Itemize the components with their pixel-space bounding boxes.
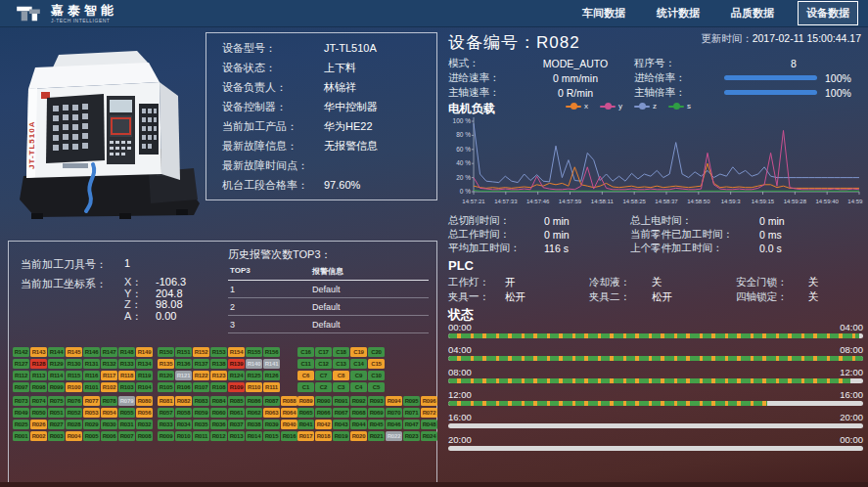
machine-tile-R012[interactable]: R012: [210, 431, 227, 441]
machine-tile-R103[interactable]: R103: [118, 382, 135, 392]
machine-tile-R016[interactable]: R016: [281, 431, 297, 441]
machine-tile-C16[interactable]: C16: [297, 347, 314, 357]
machine-tile-R110[interactable]: R110: [246, 382, 262, 392]
machine-tile-R108[interactable]: R108: [210, 382, 227, 392]
machine-tile-R011[interactable]: R011: [193, 431, 209, 441]
legend-item-y[interactable]: y: [600, 102, 622, 111]
machine-tile-R005[interactable]: R005: [83, 431, 100, 441]
machine-tile-C14[interactable]: C14: [350, 359, 367, 369]
machine-tile-R017[interactable]: R017: [297, 431, 314, 441]
machine-tile-R057[interactable]: R057: [158, 408, 174, 418]
machine-tile-R107[interactable]: R107: [193, 382, 209, 392]
machine-tile-R061[interactable]: R061: [228, 408, 245, 418]
machine-tile-C13[interactable]: C13: [333, 359, 349, 369]
machine-tile-R079[interactable]: R079: [118, 396, 135, 406]
machine-tile-R083[interactable]: R083: [193, 396, 209, 406]
machine-tile-R104[interactable]: R104: [136, 382, 153, 392]
machine-tile-R066[interactable]: R066: [315, 408, 332, 418]
machine-tile-R048[interactable]: R048: [421, 420, 437, 429]
machine-tile-R086[interactable]: R086: [246, 396, 262, 406]
machine-tile-R080[interactable]: R080: [136, 396, 153, 406]
machine-tile-R092[interactable]: R092: [350, 396, 367, 406]
machine-tile-R059[interactable]: R059: [193, 408, 209, 418]
machine-tile-R065[interactable]: R065: [297, 408, 314, 418]
machine-tile-R032[interactable]: R032: [136, 420, 153, 429]
machine-tile-R147[interactable]: R147: [101, 347, 117, 357]
nav-item-active[interactable]: 设备数据: [798, 1, 858, 25]
machine-tile-R136[interactable]: R136: [175, 359, 192, 369]
machine-tile-C15[interactable]: C15: [368, 359, 385, 369]
machine-tile-C1[interactable]: C1: [297, 382, 314, 392]
machine-tile-R143[interactable]: R143: [30, 347, 47, 357]
machine-tile-R084[interactable]: R084: [210, 396, 227, 406]
machine-tile-R015[interactable]: R015: [263, 431, 280, 441]
machine-tile-R050[interactable]: R050: [30, 408, 47, 418]
machine-tile-R010[interactable]: R010: [175, 431, 192, 441]
machine-tile-R021[interactable]: R021: [368, 431, 385, 441]
machine-tile-R094[interactable]: R094: [386, 396, 402, 406]
machine-tile-R149[interactable]: R149: [136, 347, 153, 357]
machine-tile-R029[interactable]: R029: [83, 420, 100, 429]
machine-tile-R013[interactable]: R013: [228, 431, 245, 441]
machine-tile-R131[interactable]: R131: [83, 359, 100, 369]
machine-tile-R090[interactable]: R090: [315, 396, 332, 406]
machine-tile-R145[interactable]: R145: [66, 347, 82, 357]
machine-tile-R008[interactable]: R008: [136, 431, 153, 441]
machine-tile-R038[interactable]: R038: [246, 420, 262, 429]
machine-tile-R074[interactable]: R074: [30, 396, 47, 406]
machine-tile-R044[interactable]: R044: [350, 420, 367, 429]
machine-tile-R146[interactable]: R146: [83, 347, 100, 357]
machine-tile-R096[interactable]: R096: [421, 396, 437, 406]
machine-tile-R053[interactable]: R053: [83, 408, 100, 418]
machine-tile-R031[interactable]: R031: [118, 420, 135, 429]
machine-tile-R068[interactable]: R068: [350, 408, 367, 418]
machine-tile-R119[interactable]: R119: [136, 371, 153, 380]
machine-tile-C20[interactable]: C20: [368, 347, 385, 357]
machine-tile-R152[interactable]: R152: [193, 347, 209, 357]
machine-tile-R130[interactable]: R130: [66, 359, 82, 369]
machine-tile-R077[interactable]: R077: [83, 396, 100, 406]
machine-tile-R085[interactable]: R085: [228, 396, 245, 406]
machine-tile-R116[interactable]: R116: [83, 371, 100, 380]
machine-tile-R125[interactable]: R125: [246, 371, 262, 380]
machine-tile-R121[interactable]: R121: [175, 371, 192, 380]
machine-tile-R006[interactable]: R006: [101, 431, 117, 441]
machine-tile-R142[interactable]: R142: [13, 347, 29, 357]
legend-item-z[interactable]: z: [634, 102, 657, 111]
machine-tile-R129[interactable]: R129: [48, 359, 65, 369]
machine-tile-R001[interactable]: R001: [13, 431, 29, 441]
machine-tile-R099[interactable]: R099: [48, 382, 65, 392]
machine-tile-R007[interactable]: R007: [118, 431, 135, 441]
legend-item-s[interactable]: s: [668, 102, 691, 111]
machine-tile-R105[interactable]: R105: [158, 382, 174, 392]
machine-tile-R043[interactable]: R043: [333, 420, 349, 429]
machine-tile-R037[interactable]: R037: [228, 420, 245, 429]
machine-tile-C5[interactable]: C5: [368, 382, 385, 392]
machine-tile-R137[interactable]: R137: [193, 359, 209, 369]
machine-tile-R058[interactable]: R058: [175, 408, 192, 418]
machine-tile-C18[interactable]: C18: [333, 347, 349, 357]
machine-tile-R127[interactable]: R127: [13, 359, 29, 369]
machine-tile-R019[interactable]: R019: [333, 431, 349, 441]
machine-tile-R041[interactable]: R041: [297, 420, 314, 429]
machine-tile-R124[interactable]: R124: [228, 371, 245, 380]
machine-tile-R047[interactable]: R047: [403, 420, 420, 429]
machine-tile-R052[interactable]: R052: [66, 408, 82, 418]
machine-tile-R075[interactable]: R075: [48, 396, 65, 406]
machine-tile-R028[interactable]: R028: [66, 420, 82, 429]
machine-tile-R141[interactable]: R141: [263, 359, 280, 369]
machine-tile-R117[interactable]: R117: [101, 371, 117, 380]
machine-tile-R018[interactable]: R018: [315, 431, 332, 441]
machine-tile-R150[interactable]: R150: [158, 347, 174, 357]
machine-tile-R088[interactable]: R088: [281, 396, 297, 406]
machine-tile-R062[interactable]: R062: [246, 408, 262, 418]
machine-tile-C19[interactable]: C19: [350, 347, 367, 357]
machine-tile-R055[interactable]: R055: [118, 408, 135, 418]
machine-tile-R144[interactable]: R144: [48, 347, 65, 357]
machine-tile-R056[interactable]: R056: [136, 408, 153, 418]
machine-tile-R003[interactable]: R003: [48, 431, 65, 441]
machine-tile-R030[interactable]: R030: [101, 420, 117, 429]
machine-tile-R093[interactable]: R093: [368, 396, 385, 406]
machine-tile-C10[interactable]: C10: [368, 371, 385, 380]
machine-tile-R135[interactable]: R135: [158, 359, 174, 369]
